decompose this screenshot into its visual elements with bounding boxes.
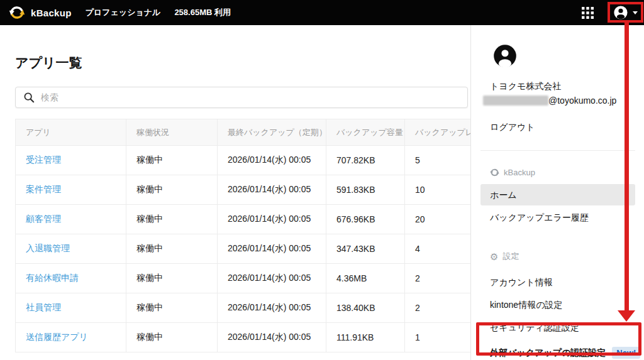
app-name-cell: 入退職管理 [16, 234, 126, 264]
top-navbar: kBackup プロフェッショナル 258.65MB 利用 [0, 0, 644, 25]
status-cell: 稼働中 [126, 234, 218, 264]
gear-icon: ⚙ [490, 252, 498, 261]
sync-icon [490, 168, 499, 177]
company-name: トヨクモ株式会社 [490, 81, 635, 92]
app-name-cell: 案件管理 [16, 175, 126, 205]
menu-item-kintone-settings[interactable]: kintone情報の設定 [480, 293, 635, 316]
last-backup-cell: 2026/01/14(水) 00:05 [218, 323, 326, 352]
brand-name: kBackup [31, 8, 72, 18]
status-cell: 稼働中 [126, 175, 218, 205]
app-link[interactable]: 送信履歴アプリ [26, 332, 88, 342]
section-label-settings: ⚙ 設定 [490, 251, 635, 262]
last-backup-cell: 2026/01/14(水) 00:05 [218, 293, 326, 323]
search-icon [23, 92, 35, 103]
column-header-status: 稼働状況 [126, 119, 218, 146]
last-backup-cell: 2026/01/14(水) 00:05 [218, 264, 326, 293]
account-dropdown-panel: トヨクモ株式会社 @toyokumo.co.jp ログアウト kBackup ホ… [470, 25, 644, 360]
status-cell: 稼働中 [126, 205, 218, 234]
logout-button[interactable]: ログアウト [490, 122, 635, 133]
status-cell: 稼働中 [126, 293, 218, 323]
backup-size-cell: 138.40KB [326, 293, 405, 323]
menu-item-security-auth-settings[interactable]: セキュリティ認証設定 [480, 316, 635, 339]
app-link[interactable]: 受注管理 [26, 155, 61, 165]
kbackup-app-window: kBackup プロフェッショナル 258.65MB 利用 [0, 0, 644, 360]
backup-size-cell: 591.83KB [326, 175, 405, 205]
app-name-cell: 社員管理 [16, 293, 126, 323]
last-backup-cell: 2026/01/14(水) 00:05 [218, 205, 326, 234]
search-box[interactable] [15, 87, 468, 108]
email-redacted-blur [483, 95, 548, 106]
backup-size-cell: 707.82KB [326, 146, 405, 175]
backup-size-cell: 111.91KB [326, 323, 405, 352]
app-link[interactable]: 社員管理 [26, 302, 61, 312]
app-link[interactable]: 入退職管理 [26, 243, 70, 253]
app-link[interactable]: 有給休暇申請 [26, 273, 79, 283]
menu-item-backup-error-history[interactable]: バックアップエラー履歴 [480, 207, 635, 228]
column-header-app: アプリ [16, 119, 126, 146]
last-backup-cell: 2026/01/14(水) 00:05 [218, 146, 326, 175]
app-name-cell: 顧客管理 [16, 205, 126, 234]
caret-down-icon [633, 11, 638, 14]
menu-item-home[interactable]: ホーム [480, 184, 635, 205]
status-cell: 稼働中 [126, 264, 218, 293]
new-badge: New! [612, 347, 640, 359]
last-backup-cell: 2026/01/14(水) 00:05 [218, 234, 326, 264]
backup-size-cell: 4.36MB [326, 264, 405, 293]
avatar-person-icon [493, 44, 517, 68]
app-link[interactable]: 案件管理 [26, 184, 61, 194]
section-label-kbackup: kBackup [490, 168, 635, 177]
section-label-text: 設定 [502, 251, 519, 262]
search-input[interactable] [41, 92, 460, 102]
app-name-cell: 送信履歴アプリ [16, 323, 126, 352]
kbackup-logo-sync-icon [9, 4, 25, 21]
last-backup-cell: 2026/01/14(水) 00:05 [218, 175, 326, 205]
app-name-cell: 受注管理 [16, 146, 126, 175]
panel-divider [480, 150, 635, 151]
column-header-size: バックアップ容量 [326, 119, 405, 146]
navbar-right [582, 4, 644, 21]
menu-item-external-backup-auth-settings[interactable]: 外部バックアップの認証設定 New! [480, 341, 635, 360]
menu-item-account-info[interactable]: アカウント情報 [480, 271, 635, 293]
account-menu-button[interactable] [613, 4, 638, 21]
apps-grid-icon[interactable] [582, 7, 594, 19]
status-cell: 稼働中 [126, 323, 218, 352]
status-cell: 稼働中 [126, 146, 218, 175]
person-circle-icon [613, 4, 629, 21]
usage-label: 258.65MB 利用 [174, 7, 231, 18]
menu-item-label: 外部バックアップの認証設定 [490, 341, 606, 360]
email-domain: @toyokumo.co.jp [548, 95, 616, 106]
app-link[interactable]: 顧客管理 [26, 214, 61, 224]
backup-size-cell: 676.96KB [326, 205, 405, 234]
column-header-last-backup: 最終バックアップ（定期） [218, 119, 326, 146]
email-row: @toyokumo.co.jp [483, 95, 635, 106]
plan-label: プロフェッショナル [86, 7, 161, 18]
section-label-text: kBackup [504, 168, 535, 177]
app-name-cell: 有給休暇申請 [16, 264, 126, 293]
backup-size-cell: 347.43KB [326, 234, 405, 264]
